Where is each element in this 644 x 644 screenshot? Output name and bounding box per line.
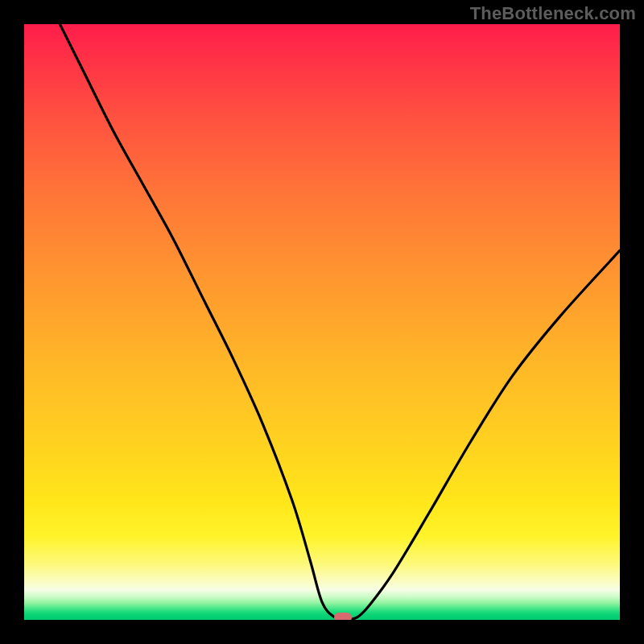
minimum-marker [334,613,352,620]
bottleneck-curve [24,24,620,620]
plot-area [24,24,620,620]
chart-stage: TheBottleneck.com [0,0,644,644]
watermark-text: TheBottleneck.com [470,3,636,24]
